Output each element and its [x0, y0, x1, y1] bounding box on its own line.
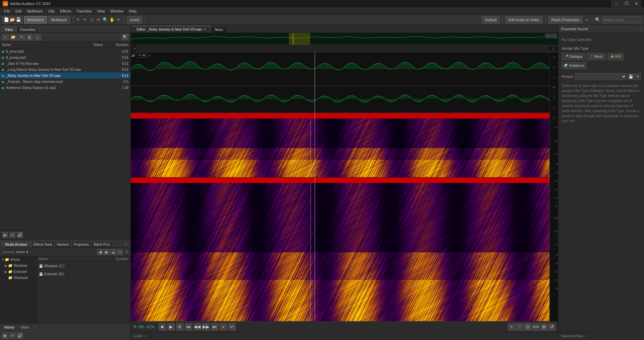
- menu-file[interactable]: File: [1, 8, 13, 14]
- add-favorite-btn[interactable]: +: [117, 249, 123, 255]
- search-help-input[interactable]: [602, 16, 642, 23]
- multitrack-button[interactable]: Multitrack: [48, 16, 70, 23]
- forward-button[interactable]: ▶▶: [202, 323, 210, 331]
- skip-fwd-button[interactable]: ⏭: [211, 323, 218, 331]
- list-item[interactable]: ▶ Ambience Stamp Factory 01.mp3 1:38: [0, 85, 130, 91]
- edit-audio-to-video-button[interactable]: Edit Audio to Video: [505, 16, 543, 23]
- loop-btn[interactable]: ↩: [9, 333, 15, 339]
- new-file-btn[interactable]: +: [2, 34, 9, 40]
- tab-editor-main[interactable]: Editor: _Noisy Journey to New York VO.wa…: [132, 26, 211, 33]
- zoom-out-btn[interactable]: −: [516, 323, 523, 331]
- levels-options[interactable]: ≡: [144, 334, 146, 338]
- pause-button[interactable]: ⏸: [176, 323, 183, 331]
- skip-back-button[interactable]: ⏮: [185, 323, 192, 331]
- restore-button[interactable]: ❐: [621, 0, 631, 7]
- tree-item-windows[interactable]: ▶ 📁 Windows: [0, 262, 37, 269]
- stop-button[interactable]: ■: [159, 323, 166, 331]
- tab-markers[interactable]: Markers: [55, 241, 71, 247]
- expand-icon[interactable]: »: [584, 17, 589, 22]
- minimize-button[interactable]: −: [611, 0, 621, 7]
- drive-item-extender-d[interactable]: 💾 Extender (D:): [37, 270, 130, 278]
- selection-view-options[interactable]: ≡: [584, 334, 586, 338]
- tab-properties[interactable]: Properties: [71, 241, 92, 247]
- open-file-btn[interactable]: 📂: [10, 34, 17, 40]
- new-icon[interactable]: 📄: [4, 17, 9, 22]
- menu-effects[interactable]: Effects: [57, 8, 74, 14]
- save-icon[interactable]: 💾: [16, 17, 21, 22]
- tab-history[interactable]: History: [2, 325, 16, 330]
- drives-dropdown[interactable]: Drives ▼: [16, 250, 29, 254]
- menu-multitrack[interactable]: Multitrack: [24, 8, 46, 14]
- tree-item-extender[interactable]: ▶ 📁 Extender: [0, 269, 37, 275]
- waveform-area[interactable]: -9 -9 -3 dB -9 -9 -3 Hz 10k 7k 5k 4k 3k …: [131, 52, 558, 321]
- preset-select[interactable]: [575, 73, 627, 80]
- preset-delete-btn[interactable]: ✕: [635, 74, 641, 80]
- volume-btn[interactable]: 🔊: [17, 333, 23, 339]
- tree-item-shortcuts[interactable]: 📁 Shortcuts: [0, 275, 37, 281]
- tree-item-drives[interactable]: ▼ 📁 Drives: [0, 256, 37, 262]
- search-icon[interactable]: 🔍: [595, 17, 600, 22]
- loop-button[interactable]: ↩: [228, 323, 236, 331]
- mix-type-music[interactable]: 🎵 Music: [587, 53, 605, 60]
- timeline-ruler[interactable]: ▲ hms 0.5 1.0 1.5 2.0 2.5 3.0 3.5 4.0 4.…: [131, 45, 558, 52]
- tab-effects-rack[interactable]: Effects Rack: [31, 241, 55, 247]
- tab-files[interactable]: Files: [1, 26, 16, 33]
- tab-video[interactable]: Video: [18, 325, 31, 330]
- search-files-btn[interactable]: 🔍: [122, 34, 128, 40]
- nav-back-btn[interactable]: ◀: [97, 249, 103, 255]
- menu-help[interactable]: Help: [126, 8, 139, 14]
- history-options-btn[interactable]: ≡: [34, 326, 36, 330]
- select-tool-icon[interactable]: ↖: [76, 17, 81, 22]
- pencil-tool-icon[interactable]: ✏: [116, 17, 121, 22]
- file-volume-btn[interactable]: 🔊: [17, 232, 23, 238]
- menu-edit[interactable]: Edit: [13, 8, 24, 14]
- mix-type-dialogue[interactable]: 🎤 Dialogue: [562, 53, 585, 60]
- list-item[interactable]: ▶ 8_emo.mp3 0:31: [0, 48, 130, 54]
- mix-type-sfx[interactable]: ✨ SFX: [607, 53, 624, 60]
- list-item[interactable]: ▶ _Noisy Journey to New York VO.wav 0:11: [0, 72, 130, 79]
- nav-up-btn[interactable]: ▲: [110, 249, 116, 255]
- menu-clip[interactable]: Clip: [46, 8, 57, 14]
- zoom-in-btn[interactable]: +: [508, 323, 515, 331]
- track-expand-btn[interactable]: ▷: [149, 54, 151, 57]
- essential-options-btn[interactable]: ≡: [639, 27, 641, 31]
- tab-favorites[interactable]: Favorites: [16, 26, 39, 33]
- list-item[interactable]: ▶ _Jack In The Box.wav 0:11: [0, 60, 130, 66]
- open-icon[interactable]: 📂: [10, 17, 15, 22]
- browser-options-btn[interactable]: ☰: [125, 250, 128, 254]
- menu-window[interactable]: Window: [108, 8, 126, 14]
- tab-batch-proc[interactable]: Batch Proc: [91, 241, 112, 247]
- preset-save-btn[interactable]: 💾: [628, 74, 634, 80]
- play-button[interactable]: ▶: [167, 323, 175, 331]
- waveform-overview[interactable]: + −: [131, 33, 558, 45]
- record-button[interactable]: ●: [220, 323, 227, 331]
- drive-item-windows-c[interactable]: 💾 Windows (C:): [37, 262, 130, 270]
- list-item[interactable]: ▶ _Long Silence Noisy Journey to New Yor…: [0, 66, 130, 72]
- slip-tool-icon[interactable]: ⇔: [96, 17, 101, 22]
- expand-panel-btn[interactable]: »: [123, 241, 129, 247]
- delete-file-btn[interactable]: 🗑: [26, 34, 33, 40]
- zoom-full-btn[interactable]: ⟺: [532, 323, 539, 331]
- menu-view[interactable]: View: [94, 8, 108, 14]
- hand-tool-icon[interactable]: ✋: [109, 17, 115, 22]
- close-button[interactable]: ✕: [631, 0, 641, 7]
- overview-zoom-out[interactable]: −: [551, 34, 557, 38]
- play-btn[interactable]: ▶: [2, 333, 8, 339]
- tab-mixer[interactable]: Mixer: [211, 27, 227, 33]
- default-button[interactable]: Default: [482, 16, 500, 23]
- close-file-btn[interactable]: ✕: [18, 34, 25, 40]
- file-play-btn[interactable]: ▶: [2, 232, 8, 238]
- red-clip-bar-1[interactable]: [131, 113, 549, 118]
- menu-favorites[interactable]: Favorites: [74, 8, 94, 14]
- radio-production-button[interactable]: Radio Production: [548, 16, 583, 23]
- file-loop-btn[interactable]: ↩: [9, 232, 15, 238]
- autoplay-btn[interactable]: ♫: [34, 34, 41, 40]
- fade-tool-icon[interactable]: ◇: [89, 17, 95, 22]
- list-item[interactable]: ▶ _Podcast - Maxim Jago Interview.mp3 17…: [0, 79, 130, 85]
- rewind-button[interactable]: ◀◀: [194, 323, 201, 331]
- nav-fwd-btn[interactable]: ▶: [104, 249, 110, 255]
- razor-tool-icon[interactable]: ✂: [83, 17, 88, 22]
- zoom-fit-btn[interactable]: ⊡: [524, 323, 531, 331]
- red-clip-bar-2[interactable]: [131, 178, 549, 183]
- overview-zoom-in[interactable]: +: [545, 34, 551, 38]
